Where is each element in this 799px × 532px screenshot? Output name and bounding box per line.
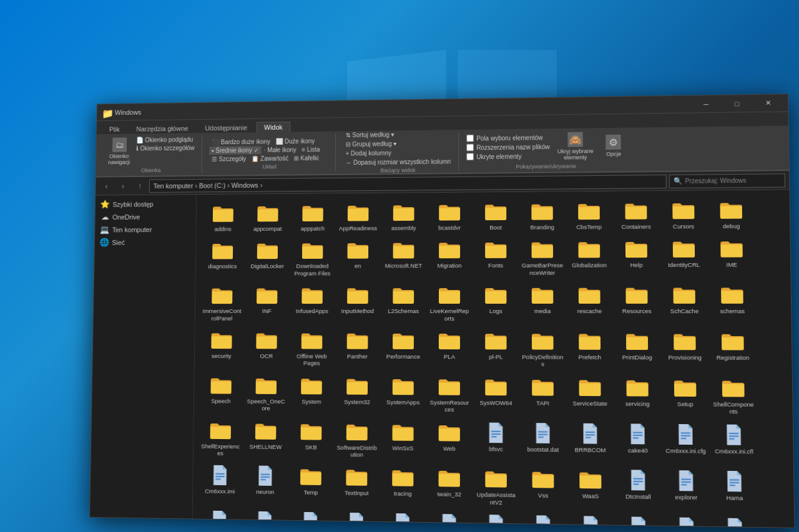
file-item[interactable]: ShellComponents [710,373,757,418]
btn-okienko-szczegolow[interactable]: ℹ Okienko szczegółów [134,144,197,153]
file-item[interactable]: Hama [711,467,758,513]
btn-dodaj-kolumny[interactable]: + Dodaj kolumny [343,148,454,158]
file-item[interactable]: servicing [614,372,661,418]
btn-kafelki[interactable]: ⊞ Kafelki [292,153,321,162]
file-item[interactable]: Setup [662,373,708,418]
btn-srednie[interactable]: ▪ Średnie ikony ✓ [209,146,261,155]
file-item[interactable]: SKB [289,417,334,462]
checkbox-rozszerzenia[interactable] [466,143,474,151]
check-rozszerzenia[interactable]: Rozszerzenia nazw plików [466,143,549,151]
file-item[interactable]: InputMethod [335,281,380,324]
file-item[interactable]: tracing [380,463,425,508]
file-item[interactable]: WinSxS [380,417,425,462]
file-item[interactable]: ImmersiveControlPanel [200,281,244,325]
btn-okienko-nawigacji[interactable]: 🗂 Okienkonawigacji [105,136,132,167]
file-item[interactable]: SHELLNEW [243,416,288,460]
check-pola-wyboru[interactable]: Pola wyboru elementów [466,133,549,142]
file-item[interactable]: BRRBCOM [567,418,613,464]
btn-opcje[interactable]: ⚙ Opcje [601,133,627,158]
forward-button[interactable]: › [116,178,130,193]
file-item[interactable]: Branding [519,196,565,234]
file-item[interactable]: Downloaded Program Files [290,236,335,280]
file-item[interactable]: ServiceState [567,372,613,418]
btn-bardzo-duze[interactable]: ⬛ Bardzo duże ikony [210,137,273,146]
file-item[interactable]: cake40 [614,418,661,464]
file-item[interactable]: difxapi.dll [711,513,758,528]
file-item[interactable]: Panther [335,326,380,370]
file-item[interactable]: bcastdvr [427,198,472,235]
file-item[interactable]: pl-PL [473,326,519,371]
file-item[interactable]: media [520,281,566,325]
file-item[interactable]: Offline Web Pages [290,326,334,370]
file-item[interactable]: Provisioning [661,326,708,371]
btn-szczegoly[interactable]: ☰ Szczegóły [209,155,248,163]
file-item[interactable]: Fonts [473,235,518,279]
file-item[interactable]: AppReadiness [336,198,380,235]
file-item[interactable]: Web [426,417,472,462]
btn-okienko-podgladu[interactable]: 📄 Okienko podglądu [134,135,197,144]
tab-narzedzia[interactable]: Narzędzia główne [129,123,196,134]
file-item[interactable]: schemas [708,280,756,325]
file-item[interactable]: apppatch [291,198,335,235]
file-item[interactable]: Prefetch [567,326,613,371]
address-path[interactable]: Ten komputer › Boot (C:) › Windows › [149,174,667,192]
file-item[interactable]: Help [613,235,659,279]
file-item[interactable]: SchCache [661,280,708,325]
minimize-button[interactable]: ─ [691,95,721,113]
check-ukryte[interactable]: Ukryte elementy [466,152,550,160]
up-button[interactable]: ↑ [132,178,147,193]
file-item[interactable]: Speech_OneCore [244,371,288,415]
file-item[interactable]: Logs [473,281,519,325]
file-item[interactable]: Microsoft.NET [381,236,426,280]
file-item[interactable]: diagnostics [200,236,244,280]
file-item[interactable]: ShellExperiences [199,415,243,460]
file-item[interactable]: Performance [381,326,426,370]
file-item[interactable]: L2Schemas [381,281,426,325]
file-item[interactable]: IdentityCRL [660,235,707,279]
file-item[interactable]: InfusedApps [290,281,334,325]
back-button[interactable]: ‹ [99,179,114,193]
tab-plik[interactable]: Plik [102,123,128,134]
file-item[interactable]: SoftwareDistribution [335,417,380,462]
file-item[interactable]: WaaS [567,465,614,511]
btn-zawartosc[interactable]: 📋 Zawartość [249,154,291,162]
file-item[interactable]: SysWOW64 [473,372,519,417]
search-box[interactable]: 🔍 Przeszukaj: Windows [669,173,785,188]
file-item[interactable]: assembly [381,198,426,235]
checkbox-ukryte[interactable] [466,153,474,160]
btn-lista[interactable]: ≡ Lista [299,145,322,153]
file-item[interactable]: Registration [709,326,757,372]
file-item[interactable]: twain_32 [426,463,472,509]
file-item[interactable]: Boot [473,197,518,235]
file-item[interactable]: en [336,236,380,279]
file-item[interactable]: TAPI [520,372,566,417]
file-item[interactable]: Globalization [566,235,612,279]
file-item[interactable]: DtcInstall [615,465,662,511]
btn-male[interactable]: · Małe ikony [262,145,299,153]
btn-sortuj[interactable]: ⇅ Sortuj według ▾ [343,130,454,139]
btn-duze[interactable]: ⬜ Duże ikony [273,137,317,145]
file-item[interactable]: Temp [288,462,333,506]
file-item[interactable]: Speech [199,370,243,415]
nav-item-onedrive[interactable]: ☁ OneDrive [95,210,196,223]
file-item[interactable]: DigitalLocker [245,236,290,280]
tab-udostepnianie[interactable]: Udostępnianie [197,122,255,133]
file-item[interactable]: diagerr [615,512,662,528]
file-item[interactable]: Migration [427,236,472,280]
file-item[interactable]: diagwrn [663,513,710,528]
btn-dopasuj[interactable]: ↔ Dopasuj rozmiar wszystkich kolumn [343,158,454,167]
file-item[interactable]: addins [201,199,245,235]
file-item[interactable]: GameBarPresenceWriter [519,235,565,279]
close-button[interactable]: ✕ [753,94,783,112]
file-item[interactable]: explorer [662,466,710,512]
file-item[interactable]: neuron [243,462,287,506]
tab-widok[interactable]: Widok [256,122,290,132]
nav-item-this-pc[interactable]: 💻 Ten komputer [95,223,196,236]
checkbox-pola-wyboru[interactable] [466,135,474,142]
file-item[interactable]: PrintDialog [614,326,660,371]
file-item[interactable]: OCR [244,326,288,370]
file-item[interactable]: LiveKernelReports [427,281,472,325]
btn-grupuj[interactable]: ⊟ Grupuj według ▾ [343,139,454,148]
file-item[interactable]: TextInput [334,462,379,507]
file-item[interactable]: System32 [335,371,380,415]
